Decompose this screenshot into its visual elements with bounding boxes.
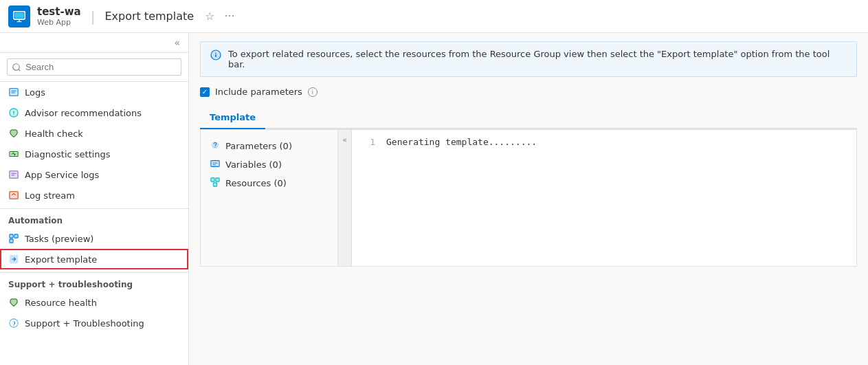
sidebar-item-export-template[interactable]: Export template bbox=[0, 249, 188, 269]
sidebar-scroll-area[interactable]: Logs Advisor recommendations Health chec… bbox=[0, 82, 188, 365]
svg-rect-14 bbox=[10, 171, 18, 179]
section-automation: Automation bbox=[0, 208, 188, 228]
tree-item-resources[interactable]: Resources (0) bbox=[201, 174, 337, 192]
sidebar-item-label-advisor: Advisor recommendations bbox=[25, 108, 142, 118]
diagnostic-icon bbox=[8, 148, 19, 159]
sidebar-item-diagnostic[interactable]: Diagnostic settings bbox=[0, 144, 188, 164]
tree-item-parameters[interactable]: Parameters (0) bbox=[201, 137, 337, 155]
svg-rect-4 bbox=[14, 12, 23, 18]
resource-subtitle: Web App bbox=[37, 18, 81, 27]
resource-icon bbox=[8, 5, 30, 27]
svg-point-33 bbox=[214, 146, 215, 147]
content-area: To export related resources, select the … bbox=[189, 33, 868, 365]
svg-rect-20 bbox=[10, 234, 13, 238]
template-tree-panel: Parameters (0) Variables (0) Resources (… bbox=[201, 130, 338, 266]
tree-item-resources-label: Resources (0) bbox=[225, 178, 287, 188]
sidebar-collapse-area: « bbox=[0, 33, 188, 53]
search-input[interactable] bbox=[7, 58, 181, 76]
tree-item-variables-label: Variables (0) bbox=[225, 159, 282, 170]
sidebar-item-app-service-logs[interactable]: App Service logs bbox=[0, 164, 188, 185]
svg-point-28 bbox=[13, 324, 14, 325]
svg-point-27 bbox=[10, 319, 18, 327]
variables-icon bbox=[210, 159, 220, 170]
resources-icon bbox=[210, 177, 220, 189]
sidebar-item-label-resource-health: Resource health bbox=[25, 298, 97, 308]
sidebar-item-logs[interactable]: Logs bbox=[0, 82, 188, 102]
health-check-icon bbox=[8, 128, 19, 139]
collapse-sidebar-button[interactable]: « bbox=[170, 36, 184, 49]
export-template-icon bbox=[8, 254, 19, 265]
sidebar-item-resource-health[interactable]: Resource health bbox=[0, 292, 188, 313]
sidebar-item-label-diagnostic: Diagnostic settings bbox=[25, 149, 111, 159]
include-params-info-icon[interactable]: i bbox=[308, 87, 318, 97]
svg-rect-34 bbox=[211, 161, 219, 167]
log-stream-icon bbox=[8, 190, 19, 201]
sidebar-item-label-support: Support + Troubleshooting bbox=[25, 318, 144, 329]
resource-name: test-wa bbox=[37, 5, 81, 18]
info-banner: To export related resources, select the … bbox=[200, 41, 857, 77]
more-options-icon[interactable]: ··· bbox=[224, 10, 234, 23]
advisor-icon bbox=[8, 107, 19, 118]
svg-rect-24 bbox=[10, 239, 13, 243]
topbar-resource-info: test-wa Web App bbox=[37, 5, 81, 27]
template-code-area: 1 Generating template......... bbox=[352, 130, 856, 266]
main-layout: « Logs Advisor recommendations bbox=[0, 33, 868, 365]
svg-point-31 bbox=[215, 53, 216, 54]
sidebar-item-label-tasks: Tasks (preview) bbox=[25, 234, 93, 244]
info-banner-icon bbox=[210, 49, 221, 63]
code-line-1: 1 Generating template......... bbox=[361, 137, 847, 147]
include-parameters-row: Include parameters i bbox=[200, 87, 857, 97]
app-service-logs-icon bbox=[8, 169, 19, 180]
include-params-checkbox[interactable] bbox=[200, 87, 210, 97]
tree-item-parameters-label: Parameters (0) bbox=[225, 141, 292, 151]
sidebar-item-health-check[interactable]: Health check bbox=[0, 123, 188, 144]
sidebar-item-advisor[interactable]: Advisor recommendations bbox=[0, 102, 188, 123]
topbar-divider: | bbox=[91, 8, 96, 25]
sidebar-item-log-stream[interactable]: Log stream bbox=[0, 185, 188, 206]
sidebar-item-label-logs: Logs bbox=[25, 87, 45, 98]
parameters-icon bbox=[210, 140, 220, 152]
info-banner-text: To export related resources, select the … bbox=[228, 49, 847, 69]
favorite-star-icon[interactable]: ☆ bbox=[205, 10, 214, 23]
svg-rect-38 bbox=[211, 178, 214, 181]
tasks-icon bbox=[8, 233, 19, 244]
section-support: Support + troubleshooting bbox=[0, 272, 188, 292]
line-content-1: Generating template......... bbox=[386, 137, 537, 147]
line-number-1: 1 bbox=[361, 137, 375, 147]
tabs-bar: Template bbox=[200, 107, 857, 129]
include-params-label: Include parameters bbox=[215, 87, 302, 97]
sidebar-search-container bbox=[0, 53, 188, 82]
svg-point-11 bbox=[13, 114, 14, 115]
topbar: test-wa Web App | Export template ☆ ··· bbox=[0, 0, 868, 33]
sidebar: « Logs Advisor recommendations bbox=[0, 33, 189, 365]
sidebar-item-label-app-service-logs: App Service logs bbox=[25, 170, 99, 180]
svg-rect-39 bbox=[216, 178, 219, 181]
sidebar-item-label-log-stream: Log stream bbox=[25, 190, 75, 201]
tree-item-variables[interactable]: Variables (0) bbox=[201, 155, 337, 174]
resource-health-icon bbox=[8, 297, 19, 308]
topbar-page-title: Export template bbox=[104, 10, 194, 23]
sidebar-item-tasks[interactable]: Tasks (preview) bbox=[0, 228, 188, 249]
sidebar-item-support-troubleshooting[interactable]: Support + Troubleshooting bbox=[0, 313, 188, 333]
svg-rect-22 bbox=[14, 234, 18, 238]
tab-template[interactable]: Template bbox=[200, 107, 265, 129]
sidebar-item-label-health: Health check bbox=[25, 129, 83, 139]
svg-rect-5 bbox=[10, 89, 18, 96]
support-icon bbox=[8, 318, 19, 329]
logs-icon bbox=[8, 87, 19, 98]
main-content: To export related resources, select the … bbox=[189, 33, 868, 365]
sidebar-item-label-export-template: Export template bbox=[25, 254, 97, 265]
svg-rect-40 bbox=[213, 183, 216, 186]
panel-collapse-button[interactable]: « bbox=[338, 130, 352, 266]
svg-rect-18 bbox=[10, 192, 18, 199]
template-area: Parameters (0) Variables (0) Resources (… bbox=[200, 129, 857, 267]
